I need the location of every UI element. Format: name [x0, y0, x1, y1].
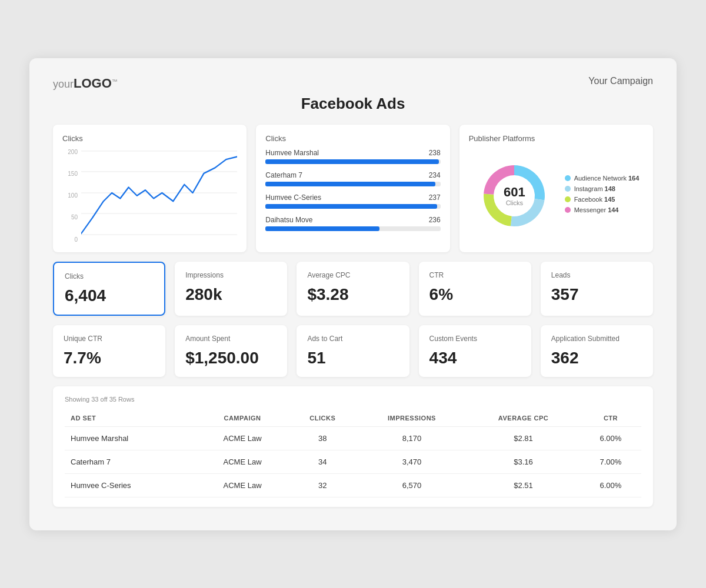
bar-item: Humvee Marshal 238 — [265, 149, 440, 164]
bar-item-value: 237 — [429, 193, 441, 202]
kpi-row-2: Unique CTR 7.7% Amount Spent $1,250.00 A… — [53, 325, 653, 377]
kpi-card: Amount Spent $1,250.00 — [175, 325, 287, 377]
kpi-label: Application Submitted — [551, 335, 642, 343]
y-axis: 0 50 100 150 200 — [62, 149, 80, 243]
table-row: Humvee C-SeriesACME Law326,570$2.516.00% — [65, 473, 641, 497]
table-col-header: Average CPC — [467, 410, 580, 427]
legend-dot — [565, 196, 571, 202]
y-label-50: 50 — [62, 214, 80, 220]
legend-item: Audience Network 164 — [565, 175, 640, 182]
kpi-card: Average CPC $3.28 — [297, 262, 409, 316]
bar-track — [265, 159, 440, 164]
kpi-card: CTR 6% — [419, 262, 531, 316]
donut-wrapper: 601 Clicks — [473, 155, 555, 237]
kpi-value: $3.28 — [307, 285, 398, 304]
donut-center-value: 601 — [504, 185, 525, 199]
publisher-platforms-card: Publisher Platforms 601 Clicks Audience … — [459, 125, 653, 252]
table-row: Caterham 7ACME Law343,470$3.167.00% — [65, 450, 641, 473]
table-col-header: Campaign — [197, 410, 288, 427]
donut-center-label: Clicks — [504, 199, 525, 206]
kpi-value: 357 — [551, 285, 642, 304]
bar-item-name: Daihatsu Move — [265, 216, 312, 224]
logo-tm: ™ — [112, 78, 118, 85]
y-label-100: 100 — [62, 192, 80, 199]
table-cell: $2.51 — [467, 473, 580, 497]
kpi-label: Clicks — [65, 272, 154, 280]
bar-item-value: 236 — [429, 216, 441, 224]
table-cell: 38 — [288, 426, 357, 450]
y-label-150: 150 — [62, 171, 80, 177]
donut-container: 601 Clicks Audience Network 164 Instagra… — [469, 149, 644, 237]
bar-item-name: Humvee Marshal — [265, 149, 319, 157]
legend-label: Messenger 144 — [574, 206, 619, 213]
header: yourLOGO™ Your Campaign — [53, 76, 653, 91]
table-cell: Humvee C-Series — [65, 473, 197, 497]
table-cell: 34 — [288, 450, 357, 473]
kpi-label: Average CPC — [307, 271, 398, 279]
table-body: Humvee MarshalACME Law388,170$2.816.00%C… — [65, 426, 641, 497]
kpi-row-1: Clicks 6,404 Impressions 280k Average CP… — [53, 262, 653, 316]
table-cell: 32 — [288, 473, 357, 497]
line-chart: 0 50 100 150 200 — [62, 149, 237, 243]
kpi-value: 7.7% — [64, 349, 155, 368]
logo-main: LOGO — [74, 76, 112, 91]
kpi-value: 280k — [185, 285, 277, 304]
legend-dot — [565, 207, 571, 213]
table-header-row: Ad SetCampaignClicksImpressionsAverage C… — [65, 410, 641, 427]
bar-item-name: Humvee C-Series — [265, 193, 321, 202]
kpi-label: Impressions — [185, 271, 277, 279]
bar-fill — [265, 204, 437, 209]
logo: yourLOGO™ — [53, 76, 118, 91]
kpi-label: Custom Events — [429, 335, 521, 343]
table-cell: ACME Law — [197, 426, 288, 450]
bar-item: Caterham 7 234 — [265, 171, 440, 186]
table-cell: 6,570 — [357, 473, 467, 497]
kpi-value: 362 — [551, 349, 642, 368]
clicks-bar-chart-card: Clicks Humvee Marshal 238 Caterham 7 234… — [256, 125, 449, 252]
bar-fill — [265, 159, 438, 164]
kpi-card: Leads 357 — [541, 262, 653, 316]
clicks-chart-title: Clicks — [62, 134, 237, 143]
table-head: Ad SetCampaignClicksImpressionsAverage C… — [65, 410, 641, 427]
kpi-card: Unique CTR 7.7% — [53, 325, 165, 377]
table-col-header: Impressions — [357, 410, 467, 427]
kpi-value: 434 — [429, 349, 521, 368]
kpi-label: CTR — [429, 271, 521, 279]
table-cell: ACME Law — [197, 473, 288, 497]
legend-label: Instagram 148 — [574, 185, 615, 192]
kpi-card: Impressions 280k — [175, 262, 287, 316]
bar-item: Humvee C-Series 237 — [265, 193, 440, 209]
dashboard: yourLOGO™ Your Campaign Facebook Ads Cli… — [29, 58, 677, 530]
table-cell: 6.00% — [580, 473, 641, 497]
kpi-card: Clicks 6,404 — [53, 262, 165, 316]
legend-item: Instagram 148 — [565, 185, 640, 192]
table-cell: 8,170 — [357, 426, 467, 450]
bar-fill — [265, 182, 435, 186]
table-subtitle: Showing 33 off 35 Rows — [65, 396, 641, 403]
kpi-value: 6,404 — [65, 286, 154, 305]
table-col-header: Ad Set — [65, 410, 197, 427]
legend-item: Messenger 144 — [565, 206, 640, 213]
legend-label: Audience Network 164 — [574, 175, 640, 182]
kpi-label: Amount Spent — [185, 335, 277, 343]
donut-center: 601 Clicks — [504, 185, 525, 206]
y-label-0: 0 — [62, 236, 80, 243]
line-chart-svg — [81, 149, 237, 237]
table-cell: $2.81 — [467, 426, 580, 450]
donut-legend: Audience Network 164 Instagram 148 Faceb… — [565, 175, 640, 217]
data-table: Ad SetCampaignClicksImpressionsAverage C… — [65, 410, 641, 497]
kpi-label: Ads to Cart — [307, 335, 398, 343]
bar-item-value: 234 — [429, 171, 441, 179]
legend-dot — [565, 186, 571, 192]
campaign-label: Your Campaign — [588, 76, 653, 86]
table-cell: Caterham 7 — [65, 450, 197, 473]
kpi-card: Ads to Cart 51 — [297, 325, 409, 377]
bar-item-name: Caterham 7 — [265, 171, 302, 179]
table-col-header: CTR — [580, 410, 641, 427]
bar-item: Daihatsu Move 236 — [265, 216, 440, 231]
legend-label: Facebook 145 — [574, 196, 615, 203]
table-cell: Humvee Marshal — [65, 426, 197, 450]
logo-your: your — [53, 78, 74, 90]
kpi-value: 6% — [429, 285, 521, 304]
kpi-value: $1,250.00 — [185, 349, 277, 368]
